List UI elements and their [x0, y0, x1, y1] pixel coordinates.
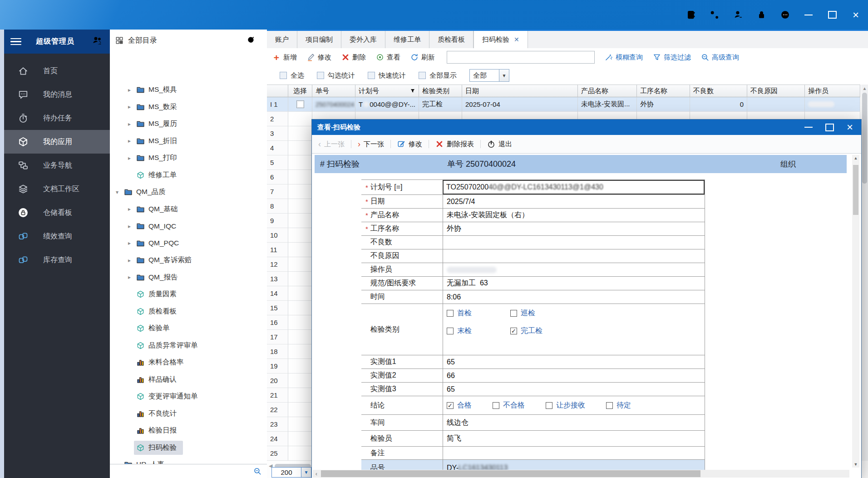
- field-value[interactable]: 65: [443, 383, 705, 396]
- cell-date[interactable]: 2025-07-04: [462, 97, 578, 112]
- refresh-tree-icon[interactable]: [247, 35, 255, 46]
- tree-item-检验单[interactable]: 检验单: [110, 320, 258, 337]
- header-不良原因[interactable]: 不良原因: [747, 85, 805, 97]
- expand-arrow-icon[interactable]: ▸: [125, 240, 134, 246]
- check-stats-checkbox[interactable]: 勾选统计: [317, 71, 355, 80]
- checkbox-待定[interactable]: 待定: [606, 401, 631, 410]
- tree-item-MS_折旧[interactable]: ▸MS_折旧: [110, 133, 258, 150]
- header-选择[interactable]: 选择: [288, 85, 312, 97]
- tab-维修工单[interactable]: 维修工单: [385, 31, 429, 48]
- tree-item-品质异常评审单[interactable]: 品质异常评审单: [110, 337, 258, 354]
- tab-项目编制[interactable]: 项目编制: [297, 31, 341, 48]
- dialog-hscrollbar[interactable]: ‹: [313, 470, 849, 478]
- cell-product[interactable]: 未电泳-安装固...: [578, 97, 637, 112]
- tab-质检看板[interactable]: 质检看板: [429, 31, 473, 48]
- tree-item-MS_数采[interactable]: ▸MS_数采: [110, 99, 258, 116]
- tree-item-维修工单[interactable]: 维修工单: [110, 167, 258, 184]
- header-工序名称[interactable]: 工序名称: [637, 85, 690, 97]
- scope-dropdown[interactable]: 全部 ▼: [469, 69, 509, 82]
- filter-button[interactable]: 筛选过滤: [653, 53, 691, 62]
- tree-item-QM_报告[interactable]: ▸QM_报告: [110, 269, 258, 286]
- field-value[interactable]: 简飞: [443, 431, 705, 446]
- expand-arrow-icon[interactable]: ▸: [125, 274, 134, 280]
- advanced-query-button[interactable]: 高级查询: [701, 53, 739, 62]
- table-row-1[interactable]: I 125070400024T0040@@DY-...完工检2025-07-04…: [267, 97, 861, 112]
- field-value[interactable]: 无漏加工 63: [443, 277, 705, 290]
- field-value[interactable]: 线边仓: [443, 415, 705, 430]
- sidebar-item-我的消息[interactable]: 我的消息: [4, 83, 110, 106]
- expand-arrow-icon[interactable]: ▸: [125, 155, 134, 161]
- tree-item-QM_PQC[interactable]: ▸QM_PQC: [110, 235, 258, 252]
- field-value[interactable]: 66: [443, 369, 705, 382]
- show-all-checkbox[interactable]: 全部显示: [419, 71, 457, 80]
- dialog-button-删除报表[interactable]: 删除报表: [435, 140, 474, 149]
- view-button[interactable]: 查看: [376, 53, 400, 62]
- sidebar-item-待办任务[interactable]: 待办任务: [4, 106, 110, 130]
- sidebar-item-业务导航[interactable]: 业务导航: [4, 154, 110, 177]
- checkbox-末检[interactable]: 末检: [447, 326, 492, 336]
- select-all-checkbox[interactable]: 全选: [280, 71, 304, 80]
- users-switch-icon[interactable]: [92, 35, 103, 48]
- expand-arrow-icon[interactable]: ▾: [113, 189, 122, 195]
- hamburger-menu-icon[interactable]: [10, 36, 21, 47]
- cell-reason[interactable]: [747, 97, 805, 112]
- field-value[interactable]: 外协: [443, 222, 705, 235]
- tree-item-扫码检验[interactable]: 扫码检验: [110, 439, 258, 457]
- dialog-button-下一张[interactable]: ›下一张: [358, 140, 384, 149]
- close-tab-icon[interactable]: ✕: [514, 36, 519, 43]
- more-icon[interactable]: [779, 9, 791, 21]
- field-value[interactable]: [443, 263, 705, 276]
- sidebar-item-首页[interactable]: 首页: [4, 59, 110, 83]
- expand-arrow-icon[interactable]: ▸: [125, 257, 134, 264]
- expand-arrow-icon[interactable]: ▸: [125, 104, 134, 110]
- header-产品名称[interactable]: 产品名称: [578, 85, 637, 97]
- tree-item-来料合格率[interactable]: 来料合格率: [110, 354, 258, 371]
- dialog-button-修改[interactable]: 修改: [397, 140, 422, 149]
- chevron-down-icon[interactable]: ▼: [301, 468, 311, 477]
- header-单号[interactable]: 单号: [312, 85, 355, 97]
- sidebar-item-我的应用[interactable]: 我的应用: [4, 130, 110, 154]
- tree-item-QM_IQC[interactable]: ▸QM_IQC: [110, 218, 258, 235]
- tree-item-QM_品质[interactable]: ▾QM_品质: [110, 184, 258, 201]
- dialog-button-退出[interactable]: 退出: [487, 140, 512, 149]
- header-操作员[interactable]: 操作员: [805, 85, 860, 97]
- field-value-focused[interactable]: TO2507020040@@DY-LC1613430113@1@430: [443, 180, 705, 194]
- refresh-button[interactable]: 刷新: [410, 53, 435, 62]
- field-value[interactable]: [443, 249, 705, 263]
- dialog-close-button[interactable]: ×: [847, 122, 853, 133]
- chevron-down-icon[interactable]: ▼: [499, 70, 509, 81]
- expand-arrow-icon[interactable]: ▸: [125, 87, 134, 93]
- checkbox-合格[interactable]: 合格: [447, 401, 472, 410]
- tree-item-MS_模具[interactable]: ▸MS_模具: [110, 81, 258, 99]
- cell-defects[interactable]: 0: [690, 97, 747, 112]
- checkbox-完工检[interactable]: 完工检: [510, 326, 556, 336]
- delete-button[interactable]: 删除: [341, 53, 366, 62]
- tree-item-MS_履历[interactable]: ▸MS_履历: [110, 115, 258, 133]
- cell-order-no[interactable]: 25070400024: [312, 97, 355, 112]
- tree-item-质量因素[interactable]: 质量因素: [110, 286, 258, 303]
- expand-arrow-icon[interactable]: ▸: [125, 138, 134, 144]
- row-checkbox[interactable]: [288, 97, 312, 112]
- add-button[interactable]: +新增: [272, 53, 297, 62]
- checkbox-让步接收[interactable]: 让步接收: [546, 401, 585, 410]
- cell-type[interactable]: 完工检: [419, 97, 462, 112]
- dialog-vscrollbar[interactable]: ▲▼: [852, 155, 859, 468]
- tree-item-样品确认[interactable]: 样品确认: [110, 371, 258, 388]
- expand-arrow-icon[interactable]: ▸: [125, 121, 134, 127]
- cell-plan-no[interactable]: T0040@@DY-...: [355, 97, 419, 112]
- user-switch-icon[interactable]: [732, 9, 744, 21]
- tree-item-MS_打印[interactable]: ▸MS_打印: [110, 149, 258, 167]
- tree-item-质检看板[interactable]: 质检看板: [110, 303, 258, 320]
- quick-stats-checkbox[interactable]: 快速统计: [368, 71, 406, 80]
- tree-item-检验日报[interactable]: 检验日报: [110, 422, 258, 439]
- tree-item-QM_客诉索赔[interactable]: ▸QM_客诉索赔: [110, 252, 258, 269]
- field-value[interactable]: 65: [443, 355, 705, 368]
- tree-item-不良统计[interactable]: 不良统计: [110, 405, 258, 423]
- edit-button[interactable]: 修改: [307, 53, 331, 62]
- checkbox-不合格[interactable]: 不合格: [493, 401, 525, 410]
- expand-arrow-icon[interactable]: ▸: [125, 206, 134, 212]
- maximize-button[interactable]: [826, 9, 838, 21]
- close-button[interactable]: ×: [850, 9, 862, 21]
- cell-process[interactable]: 外协: [637, 97, 690, 112]
- dialog-title-bar[interactable]: 查看-扫码检验 ×: [312, 120, 861, 135]
